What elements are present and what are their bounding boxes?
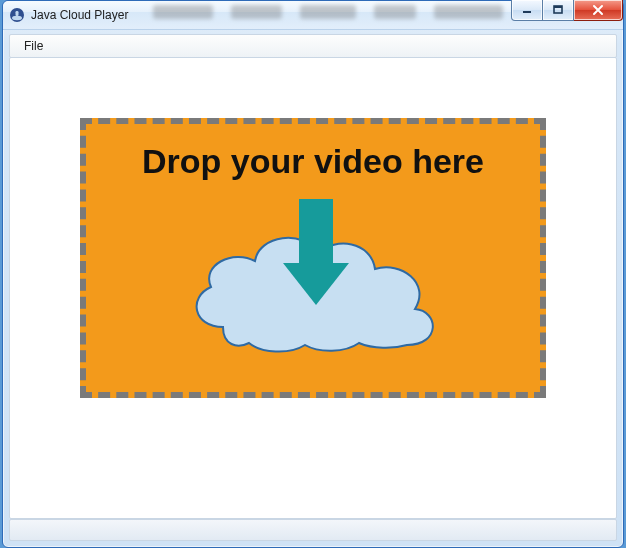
dropzone-label: Drop your video here — [142, 142, 484, 181]
menu-file[interactable]: File — [16, 37, 51, 55]
minimize-button[interactable] — [511, 0, 543, 21]
app-window: Java Cloud Player — [2, 0, 624, 548]
svg-rect-3 — [523, 11, 531, 13]
dropzone-graphic — [163, 187, 463, 370]
cloud-download-icon — [163, 187, 463, 367]
video-dropzone[interactable]: Drop your video here — [80, 118, 546, 398]
titlebar-background-blur — [153, 5, 503, 23]
window-title: Java Cloud Player — [31, 8, 128, 22]
svg-rect-2 — [16, 11, 19, 16]
close-button[interactable] — [574, 0, 623, 21]
menubar: File — [9, 34, 617, 58]
statusbar — [9, 519, 617, 541]
app-icon — [9, 7, 25, 23]
maximize-button[interactable] — [543, 0, 574, 21]
titlebar[interactable]: Java Cloud Player — [3, 1, 623, 30]
client-area: Drop your video here — [9, 57, 617, 519]
svg-point-1 — [12, 16, 22, 20]
window-controls — [511, 0, 623, 21]
svg-rect-5 — [554, 6, 562, 8]
svg-rect-6 — [299, 199, 333, 265]
